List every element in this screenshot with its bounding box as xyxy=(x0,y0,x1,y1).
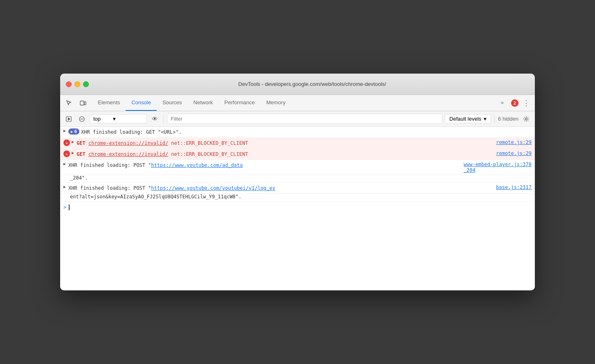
expand-icon[interactable]: ▶ xyxy=(63,128,66,133)
error-icon: ✕ xyxy=(63,151,70,157)
xhr3-continuation: ent?alt=json&key=AIzaSyAO_FJ2SlqU8Q4STEH… xyxy=(60,194,535,202)
hidden-count: 6 hidden xyxy=(498,116,518,122)
svg-point-6 xyxy=(525,118,527,120)
error-count-badge: 2 xyxy=(511,99,518,107)
console-toolbar: top ▾ 👁 Default levels ▾ 6 hidden xyxy=(60,111,535,127)
xhr-post-url2[interactable]: https://www.youtube.com/youtubei/v1/log_… xyxy=(151,185,275,191)
xhr-post-url[interactable]: https://www.youtube.com/ad_data xyxy=(151,162,243,168)
console-row-xhr1: ▶ ▶ 6 XHR finished loading: GET "<URL>". xyxy=(60,127,535,138)
expand-icon[interactable]: ▶ xyxy=(63,184,66,189)
console-row-error2: ✕ ▶ GET chrome-extension://invalid/ net:… xyxy=(60,149,535,160)
tab-bar-right: » 2 ⋮ xyxy=(495,95,532,111)
console-content: ▶ ▶ 6 XHR finished loading: GET "<URL>".… xyxy=(60,127,535,290)
svg-marker-3 xyxy=(68,117,70,121)
title-bar: DevTools - developers.google.com/web/too… xyxy=(60,74,535,95)
console-message-text: XHR finished loading: GET "<URL>". xyxy=(81,128,532,136)
console-row-error1: ✕ ▶ GET chrome-extension://invalid/ net:… xyxy=(60,138,535,149)
inspect-icon-button[interactable] xyxy=(63,97,75,109)
run-script-button[interactable] xyxy=(63,114,74,124)
source-link2[interactable]: remote.js:29 xyxy=(496,151,532,156)
filter-input[interactable] xyxy=(167,114,442,124)
context-selector[interactable]: top ▾ xyxy=(90,114,147,124)
console-row-xhr2: ▶ XHR finished loading: POST "https://ww… xyxy=(60,160,535,175)
tab-bar: Elements Console Sources Network Perform… xyxy=(60,95,535,111)
source-link4[interactable]: base.js:2317 xyxy=(496,184,532,190)
expand-icon[interactable]: ▶ xyxy=(72,151,74,155)
devtools-window: DevTools - developers.google.com/web/too… xyxy=(60,74,535,290)
console-settings-button[interactable] xyxy=(521,114,532,124)
device-toolbar-icon-button[interactable] xyxy=(77,97,89,109)
error-url[interactable]: chrome-extension://invalid/ xyxy=(88,140,168,146)
separator2 xyxy=(494,115,495,123)
chevron-down-icon: ▾ xyxy=(484,116,487,122)
source-link[interactable]: remote.js:29 xyxy=(496,139,532,145)
error-icon: ✕ xyxy=(63,139,70,146)
expand-icon[interactable]: ▶ xyxy=(72,139,74,144)
console-input-row: > xyxy=(60,202,535,213)
console-row-xhr3: ▶ XHR finished loading: POST "https://ww… xyxy=(60,183,535,194)
traffic-lights xyxy=(66,81,89,87)
tab-sources[interactable]: Sources xyxy=(157,95,188,111)
console-error-text2: GET chrome-extension://invalid/ net::ERR… xyxy=(77,151,493,158)
log-levels-button[interactable]: Default levels ▾ xyxy=(445,114,491,124)
xhr-count-badge: ▶ 6 xyxy=(68,128,79,135)
expand-icon[interactable]: ▶ xyxy=(63,162,66,166)
clear-console-button[interactable] xyxy=(77,114,87,124)
console-error-text: GET chrome-extension://invalid/ net::ERR… xyxy=(77,139,493,147)
console-message-text2: XHR finished loading: POST "https://www.… xyxy=(68,162,460,169)
console-prompt-icon: > xyxy=(63,204,66,210)
tab-console[interactable]: Console xyxy=(126,95,157,111)
minimize-button[interactable] xyxy=(74,81,80,87)
xhr2-continuation: _204". xyxy=(60,175,535,183)
tab-bar-icons xyxy=(63,95,89,111)
separator xyxy=(163,115,164,123)
eye-icon-button[interactable]: 👁 xyxy=(149,114,160,124)
maximize-button[interactable] xyxy=(83,81,89,87)
error-url2[interactable]: chrome-extension://invalid/ xyxy=(88,151,168,157)
svg-rect-1 xyxy=(84,102,86,105)
error-badge: 2 xyxy=(511,99,518,107)
play-icon: ▶ xyxy=(71,130,73,134)
more-tabs-button[interactable]: » xyxy=(495,95,509,111)
console-message-text3: XHR finished loading: POST "https://www.… xyxy=(68,184,493,192)
tab-network[interactable]: Network xyxy=(188,95,219,111)
tab-memory[interactable]: Memory xyxy=(261,95,291,111)
source-link3[interactable]: www-embed-player.js:378_204 xyxy=(464,162,532,173)
close-button[interactable] xyxy=(66,81,72,87)
console-cursor xyxy=(69,204,70,210)
window-title: DevTools - developers.google.com/web/too… xyxy=(95,81,529,87)
svg-rect-0 xyxy=(80,101,84,105)
tab-elements[interactable]: Elements xyxy=(92,95,126,111)
tab-performance[interactable]: Performance xyxy=(219,95,260,111)
devtools-menu-button[interactable]: ⋮ xyxy=(520,97,532,109)
chevron-down-icon: ▾ xyxy=(113,116,116,122)
